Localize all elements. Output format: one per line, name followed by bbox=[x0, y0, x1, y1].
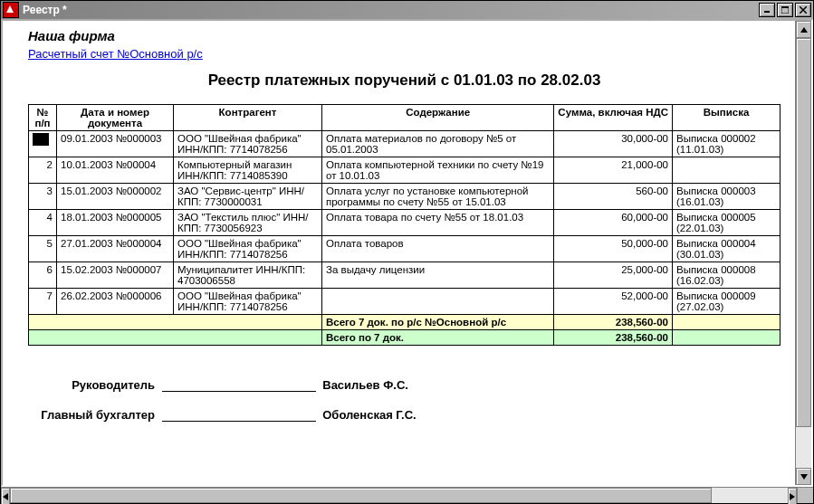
cell-desc: Оплата компьютерной техники по счету №19… bbox=[322, 157, 554, 184]
document-content: Наша фирма Расчетный счет №Основной р/с … bbox=[3, 21, 795, 485]
cell-number: 2 bbox=[29, 157, 57, 184]
accnt-sign-line bbox=[162, 421, 316, 422]
maximize-button[interactable] bbox=[777, 3, 793, 17]
svg-marker-6 bbox=[800, 474, 808, 480]
cell-number: 3 bbox=[29, 184, 57, 210]
head-role: Руководитель bbox=[28, 378, 155, 392]
titlebar[interactable]: Реестр * bbox=[1, 1, 813, 19]
cell-extract: Выписка 000003 (16.01.03) bbox=[673, 184, 780, 210]
cell-sum: 52,000-00 bbox=[554, 289, 673, 315]
svg-marker-7 bbox=[3, 493, 8, 500]
cell-sum: 60,000-00 bbox=[554, 210, 673, 236]
payments-table: № п/п Дата и номер документа Контрагент … bbox=[28, 104, 780, 346]
cell-date: 27.01.2003 №000004 bbox=[57, 236, 174, 262]
subtotal-label: Всего 7 док. по р/с №Основной р/с bbox=[322, 315, 554, 330]
grandtotal-row: Всего по 7 док. 238,560-00 bbox=[29, 330, 780, 346]
head-sign-line bbox=[162, 391, 316, 392]
table-row[interactable]: 527.01.2003 №000004ООО "Швейная фабрика"… bbox=[29, 236, 780, 262]
cell-number: 4 bbox=[29, 210, 57, 236]
cell-sum: 25,000-00 bbox=[554, 262, 673, 289]
cell-party: ООО "Швейная фабрика" ИНН/КПП: 771407825… bbox=[174, 289, 322, 315]
cell-sum: 21,000-00 bbox=[554, 157, 673, 184]
document-title: Реестр платежных поручений с 01.01.03 по… bbox=[28, 71, 780, 90]
window-title: Реестр * bbox=[23, 4, 757, 16]
cell-extract: Выписка 000004 (30.01.03) bbox=[673, 236, 780, 262]
cell-extract: Выписка 000002 (11.01.03) bbox=[673, 131, 780, 157]
scrollbar-corner bbox=[797, 488, 813, 503]
current-row-marker bbox=[33, 133, 49, 146]
grandtotal-label: Всего по 7 док. bbox=[322, 330, 554, 346]
app-icon bbox=[3, 2, 19, 18]
horizontal-scrollbar[interactable] bbox=[1, 487, 813, 503]
cell-date: 15.01.2003 №000002 bbox=[57, 184, 174, 210]
signature-accountant: Главный бухгалтер Оболенская Г.С. bbox=[28, 408, 780, 422]
head-name: Васильев Ф.С. bbox=[322, 378, 408, 392]
table-row[interactable]: 315.01.2003 №000002ЗАО "Сервис-центр" ИН… bbox=[29, 184, 780, 210]
cell-date: 26.02.2003 №000006 bbox=[57, 289, 174, 315]
cell-extract bbox=[673, 157, 780, 184]
cell-sum: 50,000-00 bbox=[554, 236, 673, 262]
table-row[interactable]: 210.01.2003 №00004Компьютерный магазин И… bbox=[29, 157, 780, 184]
cell-number: 5 bbox=[29, 236, 57, 262]
grandtotal-sum: 238,560-00 bbox=[554, 330, 673, 346]
col-sum: Сумма, включая НДС bbox=[554, 105, 673, 131]
cell-number bbox=[29, 131, 57, 157]
hscroll-thumb[interactable] bbox=[10, 488, 712, 503]
chevron-down-icon bbox=[800, 473, 808, 480]
vertical-scrollbar[interactable] bbox=[795, 21, 811, 485]
col-extract: Выписка bbox=[673, 105, 780, 131]
col-number: № п/п bbox=[29, 105, 57, 131]
scroll-left-button[interactable] bbox=[1, 488, 10, 504]
cell-party: ЗАО "Текстиль плюс" ИНН/КПП: 7730056923 bbox=[174, 210, 322, 236]
scroll-right-button[interactable] bbox=[788, 488, 797, 504]
table-row[interactable]: 726.02.2003 №000006ООО "Швейная фабрика"… bbox=[29, 289, 780, 315]
cell-number: 7 bbox=[29, 289, 57, 315]
accnt-name: Оболенская Г.С. bbox=[322, 408, 416, 422]
chevron-left-icon bbox=[2, 493, 9, 500]
cell-extract: Выписка 000005 (22.01.03) bbox=[673, 210, 780, 236]
cell-number: 6 bbox=[29, 262, 57, 289]
cell-sum: 30,000-00 bbox=[554, 131, 673, 157]
cell-party: ООО "Швейная фабрика" ИНН/КПП: 771407825… bbox=[174, 131, 322, 157]
table-row[interactable]: 418.01.2003 №000005ЗАО "Текстиль плюс" И… bbox=[29, 210, 780, 236]
chevron-up-icon bbox=[800, 26, 808, 33]
subtotal-sum: 238,560-00 bbox=[554, 315, 673, 330]
cell-desc: Оплата материалов по договору №5 от 05.0… bbox=[322, 131, 554, 157]
maximize-icon bbox=[781, 6, 789, 14]
cell-desc: Оплата услуг по установке компьютерной п… bbox=[322, 184, 554, 210]
cell-party: Муниципалитет ИНН/КПП: 4703006558 bbox=[174, 262, 322, 289]
cell-desc bbox=[322, 289, 554, 315]
hscroll-track[interactable] bbox=[10, 488, 788, 503]
accnt-role: Главный бухгалтер bbox=[28, 408, 155, 422]
account-link[interactable]: Расчетный счет №Основной р/с bbox=[28, 47, 203, 61]
vscroll-thumb[interactable] bbox=[796, 38, 811, 427]
close-icon bbox=[800, 6, 807, 14]
cell-desc: Оплата товаров bbox=[322, 236, 554, 262]
cell-date: 09.01.2003 №000003 bbox=[57, 131, 174, 157]
scroll-up-button[interactable] bbox=[796, 21, 811, 38]
table-row[interactable]: 615.02.2003 №000007Муниципалитет ИНН/КПП… bbox=[29, 262, 780, 289]
cell-party: ООО "Швейная фабрика" ИНН/КПП: 771407825… bbox=[174, 236, 322, 262]
vscroll-track[interactable] bbox=[796, 38, 811, 468]
signature-head: Руководитель Васильев Ф.С. bbox=[28, 378, 780, 392]
close-button[interactable] bbox=[795, 3, 811, 17]
col-desc: Содержание bbox=[322, 105, 554, 131]
minimize-icon bbox=[763, 6, 771, 14]
cell-date: 10.01.2003 №00004 bbox=[57, 157, 174, 184]
col-date: Дата и номер документа bbox=[57, 105, 174, 131]
cell-desc: За выдачу лицензии bbox=[322, 262, 554, 289]
minimize-button[interactable] bbox=[759, 3, 775, 17]
company-name: Наша фирма bbox=[28, 28, 780, 43]
signatures-block: Руководитель Васильев Ф.С. Главный бухга… bbox=[28, 378, 780, 422]
client-area: Наша фирма Расчетный счет №Основной р/с … bbox=[1, 19, 813, 487]
subtotal-row: Всего 7 док. по р/с №Основной р/с 238,56… bbox=[29, 315, 780, 330]
cell-sum: 560-00 bbox=[554, 184, 673, 210]
svg-marker-8 bbox=[790, 493, 795, 500]
chevron-right-icon bbox=[789, 493, 796, 500]
window-frame: Реестр * Наша фирма Расчетный счет №Осно… bbox=[0, 0, 814, 504]
scroll-down-button[interactable] bbox=[796, 468, 811, 485]
cell-date: 18.01.2003 №000005 bbox=[57, 210, 174, 236]
cell-party: ЗАО "Сервис-центр" ИНН/КПП: 7730000031 bbox=[174, 184, 322, 210]
table-row[interactable]: 09.01.2003 №000003ООО "Швейная фабрика" … bbox=[29, 131, 780, 157]
col-party: Контрагент bbox=[174, 105, 322, 131]
